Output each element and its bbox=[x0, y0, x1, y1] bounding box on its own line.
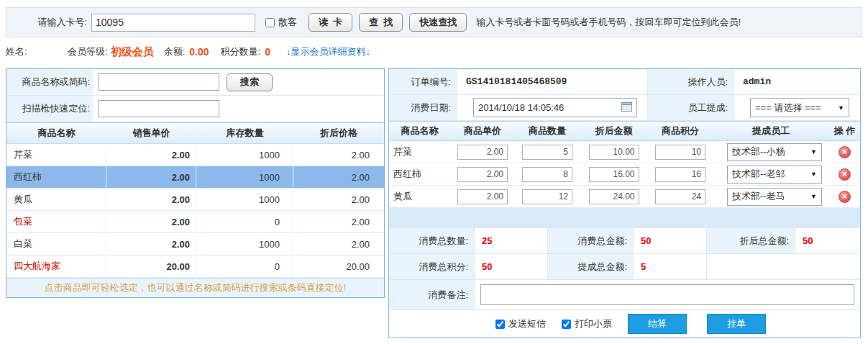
discount-total-value: 50 bbox=[795, 228, 860, 254]
col-sale-price: 销售单价 bbox=[106, 127, 196, 140]
order-number-value: GS1410181405468509 bbox=[457, 69, 648, 95]
discount-amount-input[interactable] bbox=[589, 145, 639, 160]
unit-price-input[interactable] bbox=[457, 167, 508, 182]
col-qty: 商品数量 bbox=[515, 125, 580, 137]
discount-amount-input[interactable] bbox=[589, 167, 639, 182]
item-points-input[interactable] bbox=[655, 145, 705, 160]
product-table-header: 商品名称 销售单价 库存数量 折后价格 bbox=[6, 122, 384, 144]
unit-price-input[interactable] bbox=[457, 189, 508, 204]
settle-button[interactable]: 结算 bbox=[628, 314, 687, 334]
col-item-name: 商品名称 bbox=[389, 125, 450, 137]
product-row[interactable]: 芹菜 2.00 1000 2.00 bbox=[6, 144, 384, 166]
delete-item-icon[interactable]: × bbox=[839, 146, 851, 158]
chevron-down-icon: ▼ bbox=[838, 104, 844, 112]
discount-amount-input[interactable] bbox=[589, 189, 639, 204]
commission-total-label: 提成总金额: bbox=[548, 254, 634, 280]
product-row[interactable]: 四大航海家 20.00 0 20.00 bbox=[6, 255, 384, 278]
product-search-label: 商品名称或简码: bbox=[6, 69, 93, 95]
order-item-row: 黄瓜 技术部--老马 ▼ × bbox=[389, 186, 860, 208]
operator-value: admin bbox=[734, 69, 860, 95]
walkin-checkbox[interactable] bbox=[265, 18, 275, 27]
chevron-down-icon: ▼ bbox=[810, 193, 817, 200]
total-qty-value: 25 bbox=[475, 228, 548, 254]
order-panel: 订单编号: GS1410181405468509 操作人员: admin 消费日… bbox=[388, 68, 861, 338]
total-qty-label: 消费总数量: bbox=[389, 228, 475, 254]
employee-select[interactable]: 技术部--小杨 ▼ bbox=[727, 143, 822, 161]
col-discount-price: 折后价格 bbox=[293, 127, 384, 140]
product-search-input[interactable] bbox=[99, 73, 219, 91]
product-row-selected[interactable]: 西红柿 2.00 1000 2.00 bbox=[6, 166, 384, 189]
col-unit-price: 商品单价 bbox=[450, 125, 515, 137]
product-list-panel: 商品名称或简码: 搜索 扫描枪快速定位: 商品名称 销售单价 库存数量 折后价格… bbox=[6, 68, 385, 298]
order-summary: 消费总数量: 25 消费总金额: 50 折后总金额: 50 消费总积分: 50 … bbox=[389, 228, 860, 280]
total-points-value: 50 bbox=[475, 254, 548, 280]
commission-total-value: 5 bbox=[634, 254, 707, 280]
hold-order-button[interactable]: 挂单 bbox=[707, 314, 766, 334]
member-info-bar: 姓名: 会员等级: 初级会员 余额: 0.00 积分数量: 0 ↓显示会员详细资… bbox=[6, 40, 862, 63]
consume-date-input[interactable]: 2014/10/18 14:05:46 bbox=[473, 98, 637, 117]
product-panel-hint: 点击商品即可轻松选定，也可以通过名称或简码进行搜索或条码直接定位! bbox=[6, 278, 384, 297]
product-row[interactable]: 黄瓜 2.00 1000 2.00 bbox=[6, 189, 384, 211]
qty-input[interactable] bbox=[522, 167, 572, 182]
delete-item-icon[interactable]: × bbox=[839, 168, 851, 181]
total-points-label: 消费总积分: bbox=[389, 254, 475, 280]
balance-label: 余额: bbox=[164, 45, 186, 58]
order-table-header: 商品名称 商品单价 商品数量 折后金额 商品积分 提成员工 操 作 bbox=[389, 121, 860, 141]
total-amount-label: 消费总金额: bbox=[548, 228, 634, 254]
delete-item-icon[interactable]: × bbox=[839, 191, 851, 203]
employee-select[interactable]: 技术部--老马 ▼ bbox=[727, 188, 822, 206]
calendar-icon[interactable] bbox=[621, 101, 632, 114]
order-info-grid: 订单编号: GS1410181405468509 操作人员: admin 消费日… bbox=[389, 69, 860, 121]
col-product-name: 商品名称 bbox=[6, 127, 106, 140]
order-item-row: 芹菜 技术部--小杨 ▼ × bbox=[389, 141, 860, 163]
chevron-down-icon: ▼ bbox=[810, 148, 817, 155]
employee-select[interactable]: 技术部--老邹 ▼ bbox=[727, 166, 822, 184]
total-amount-value: 50 bbox=[634, 228, 707, 254]
chevron-down-icon: ▼ bbox=[810, 171, 817, 178]
col-operation: 操 作 bbox=[829, 125, 860, 137]
commission-label: 员工提成: bbox=[648, 95, 734, 121]
col-stock-qty: 库存数量 bbox=[196, 127, 293, 140]
balance-value: 0.00 bbox=[189, 46, 209, 58]
col-item-points: 商品积分 bbox=[648, 125, 713, 137]
qty-input[interactable] bbox=[522, 189, 572, 204]
qty-input[interactable] bbox=[522, 145, 572, 160]
walkin-label: 散客 bbox=[278, 16, 297, 29]
print-receipt-label: 打印小票 bbox=[575, 317, 612, 330]
print-receipt-checkbox[interactable] bbox=[562, 320, 571, 329]
points-label: 积分数量: bbox=[221, 45, 261, 58]
summary-empty-cell bbox=[707, 254, 860, 280]
commission-select[interactable]: === 请选择 === ▼ bbox=[750, 98, 849, 117]
unit-price-input[interactable] bbox=[457, 145, 508, 160]
card-number-input[interactable] bbox=[91, 14, 255, 32]
member-level-label: 会员等级: bbox=[68, 45, 108, 58]
order-number-label: 订单编号: bbox=[389, 69, 457, 95]
discount-total-label: 折后总金额: bbox=[707, 228, 795, 254]
member-name-label: 姓名: bbox=[6, 45, 68, 58]
send-sms-checkbox[interactable] bbox=[495, 320, 505, 329]
find-button[interactable]: 查 找 bbox=[359, 13, 403, 32]
product-search-button[interactable]: 搜索 bbox=[227, 73, 273, 91]
quick-find-button[interactable]: 快速查找 bbox=[409, 13, 467, 32]
read-card-button[interactable]: 读 卡 bbox=[309, 13, 352, 32]
card-search-bar: 请输入卡号: 散客 读 卡 查 找 快速查找 输入卡号或者卡面号码或者手机号码，… bbox=[6, 7, 862, 37]
product-row[interactable]: 包菜 2.00 0 2.00 bbox=[6, 211, 384, 233]
remark-input[interactable] bbox=[480, 284, 854, 305]
card-number-label: 请输入卡号: bbox=[6, 16, 91, 29]
card-input-hint: 输入卡号或者卡面号码或者手机号码，按回车即可定位到此会员! bbox=[476, 16, 741, 29]
scanner-locate-label: 扫描枪快速定位: bbox=[6, 96, 93, 122]
send-sms-label: 发送短信 bbox=[508, 317, 546, 330]
scanner-locate-input[interactable] bbox=[99, 100, 219, 117]
operator-label: 操作人员: bbox=[648, 69, 734, 95]
remark-label: 消费备注: bbox=[389, 280, 475, 309]
member-level-value: 初级会员 bbox=[111, 45, 154, 59]
col-commission-employee: 提成员工 bbox=[713, 125, 829, 137]
member-detail-link[interactable]: ↓显示会员详细资料↓ bbox=[286, 45, 370, 58]
item-points-input[interactable] bbox=[655, 167, 705, 182]
product-row[interactable]: 白菜 2.00 1000 2.00 bbox=[6, 233, 384, 255]
points-value: 0 bbox=[265, 46, 270, 58]
consume-date-label: 消费日期: bbox=[389, 95, 457, 121]
order-actions: 发送短信 打印小票 结算 挂单 bbox=[389, 310, 860, 338]
item-points-input[interactable] bbox=[655, 189, 705, 204]
col-discount-amount: 折后金额 bbox=[580, 125, 648, 137]
